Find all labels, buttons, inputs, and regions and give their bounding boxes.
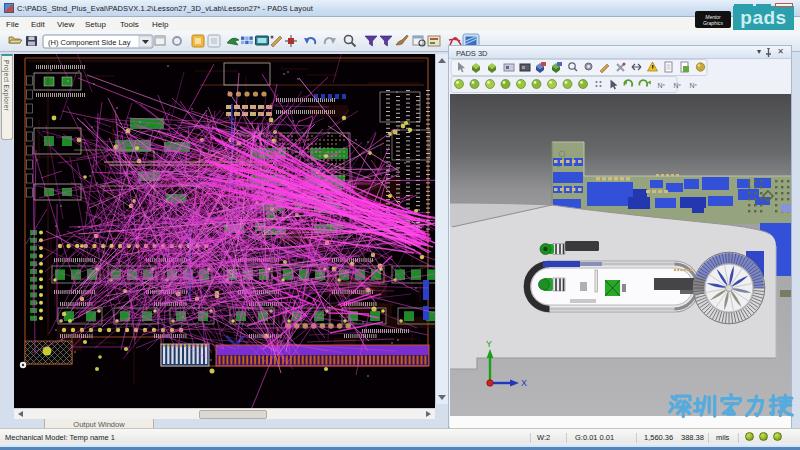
svg-text:(H) Component Side Lay: (H) Component Side Lay (48, 38, 131, 47)
svg-text:Nˣ: Nˣ (674, 82, 682, 89)
svg-text:Y: Y (486, 339, 492, 349)
svg-text:Nˣ: Nˣ (658, 82, 666, 89)
svg-text:Nˣ: Nˣ (690, 82, 698, 89)
svg-text:X: X (521, 378, 527, 388)
